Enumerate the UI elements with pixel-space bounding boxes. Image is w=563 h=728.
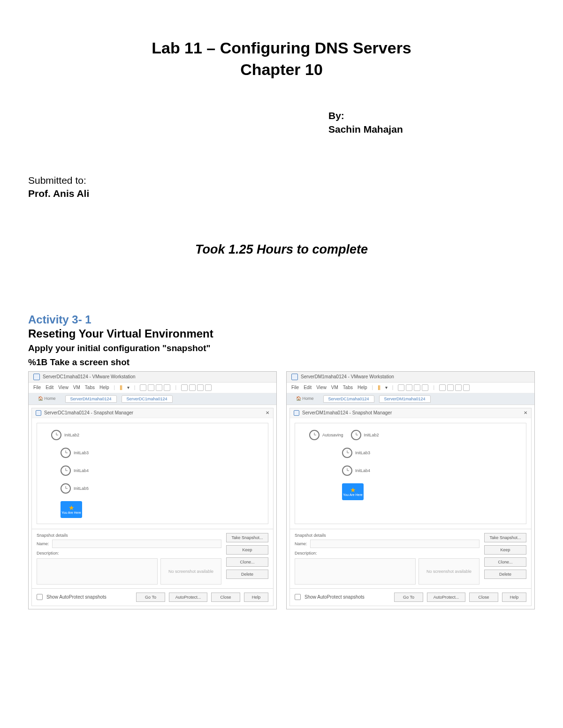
tab-vm[interactable]: ServerDC1maha0124 — [122, 395, 173, 403]
tab-bar: 🏠 Home ServerDC1maha0124 ServerDM1maha01… — [287, 393, 534, 405]
window-titlebar: ServerDC1maha0124 - VMware Workstation — [29, 372, 276, 383]
autoprotect-button[interactable]: AutoProtect... — [427, 593, 465, 602]
tool-icon[interactable] — [156, 384, 162, 391]
separator: | — [392, 385, 394, 390]
keep-button[interactable]: Keep — [226, 545, 268, 555]
snapshot-node[interactable]: InitLab3 — [342, 448, 521, 458]
help-button[interactable]: Help — [244, 593, 268, 602]
checkbox[interactable] — [37, 594, 43, 600]
goto-button[interactable]: Go To — [394, 593, 423, 602]
menu-tabs[interactable]: Tabs — [343, 385, 353, 390]
activity-instruction-1: Apply your initial configuration "snapsh… — [28, 342, 535, 354]
description-input[interactable] — [37, 558, 158, 585]
by-label: By: — [328, 109, 535, 122]
tab-vm[interactable]: ServerDM1maha0124 — [379, 395, 431, 403]
clone-button[interactable]: Clone... — [226, 557, 268, 567]
tool-icon[interactable] — [455, 384, 462, 391]
dialog-footer: Show AutoProtect snapshots Go To AutoPro… — [290, 588, 531, 606]
menu-edit[interactable]: Edit — [304, 385, 312, 390]
take-snapshot-button[interactable]: Take Snapshot... — [484, 533, 526, 542]
title-line-2: Chapter 10 — [28, 59, 535, 81]
dropdown-icon[interactable]: ▾ — [127, 385, 129, 390]
description-input[interactable] — [295, 558, 416, 585]
menu-vm[interactable]: VM — [73, 385, 80, 390]
app-icon — [33, 374, 40, 380]
pause-icon[interactable]: || — [378, 385, 380, 390]
you-are-here-marker[interactable]: ★You Are Here — [342, 483, 364, 500]
menu-help[interactable]: Help — [358, 385, 367, 390]
tool-icon[interactable] — [181, 384, 188, 391]
menu-file[interactable]: File — [291, 385, 299, 390]
snapshot-node[interactable]: InitLab5 — [61, 483, 263, 494]
menu-tabs[interactable]: Tabs — [85, 385, 95, 390]
take-snapshot-button[interactable]: Take Snapshot... — [226, 533, 268, 542]
tool-icon[interactable] — [164, 384, 170, 391]
tool-icon[interactable] — [205, 384, 212, 391]
keep-button[interactable]: Keep — [484, 545, 526, 555]
tab-vm[interactable]: ServerDM1maha0124 — [65, 395, 117, 403]
menu-vm[interactable]: VM — [331, 385, 338, 390]
snapshot-tree[interactable]: Autosaving InitLab2 InitLab3 InitLab4 ★Y… — [295, 423, 526, 524]
toolbar-icons — [181, 384, 212, 391]
tool-icon[interactable] — [398, 384, 404, 391]
name-input[interactable] — [52, 540, 221, 548]
dropdown-icon[interactable]: ▾ — [385, 385, 388, 390]
snapshot-tree[interactable]: InitLab2 InitLab3 InitLab4 InitLab5 ★You… — [37, 423, 268, 524]
tab-vm[interactable]: ServerDC1maha0124 — [323, 395, 374, 403]
screenshot-preview: No screenshot available — [418, 558, 479, 585]
menu-help[interactable]: Help — [99, 385, 109, 390]
menu-view[interactable]: View — [58, 385, 68, 390]
tool-icon[interactable] — [463, 384, 470, 391]
snapshot-row: Autosaving InitLab2 — [309, 430, 521, 448]
tab-home[interactable]: 🏠 Home — [291, 395, 319, 403]
vmware-window-right: ServerDM1maha0124 - VMware Workstation F… — [286, 371, 535, 609]
goto-button[interactable]: Go To — [136, 593, 165, 602]
delete-button[interactable]: Delete — [226, 570, 268, 579]
snapshot-node[interactable]: InitLab3 — [61, 448, 263, 458]
snapshot-details: Snapshot details Name: Description: No s… — [32, 529, 273, 588]
tool-icon[interactable] — [140, 384, 146, 391]
close-button[interactable]: Close — [211, 593, 240, 602]
tool-icon[interactable] — [197, 384, 204, 391]
details-heading: Snapshot details — [37, 533, 221, 538]
tool-icon[interactable] — [406, 384, 412, 391]
autoprotect-button[interactable]: AutoProtect... — [169, 593, 207, 602]
snapshot-node[interactable]: InitLab2 — [351, 430, 379, 440]
menu-edit[interactable]: Edit — [46, 385, 53, 390]
menu-bar: File Edit View VM Tabs Help | || ▾ | | — [287, 383, 534, 393]
menu-file[interactable]: File — [33, 385, 41, 390]
close-button[interactable]: Close — [469, 593, 498, 602]
tool-icon[interactable] — [447, 384, 454, 391]
dialog-titlebar: ServerDM1maha0124 - Snapshot Manager ✕ — [290, 408, 531, 418]
help-button[interactable]: Help — [502, 593, 526, 602]
close-icon[interactable]: ✕ — [524, 410, 527, 415]
button-column: Take Snapshot... Keep Clone... Delete — [484, 533, 526, 585]
clock-icon — [351, 430, 361, 440]
separator: | — [175, 385, 176, 390]
screenshot-preview: No screenshot available — [160, 558, 221, 585]
dialog-icon — [294, 410, 299, 416]
tool-icon[interactable] — [414, 384, 420, 391]
window-title: ServerDC1maha0124 - VMware Workstation — [43, 374, 136, 379]
clone-button[interactable]: Clone... — [484, 557, 526, 567]
you-are-here-marker[interactable]: ★You Are Here — [61, 501, 82, 518]
delete-button[interactable]: Delete — [484, 570, 526, 579]
snapshot-node[interactable]: InitLab4 — [61, 465, 263, 476]
toolbar-icons — [140, 384, 170, 391]
tab-home[interactable]: 🏠 Home — [33, 395, 61, 403]
close-icon[interactable]: ✕ — [266, 410, 269, 415]
star-icon: ★ — [350, 487, 356, 493]
menu-view[interactable]: View — [316, 385, 327, 390]
pause-icon[interactable]: || — [120, 385, 122, 390]
snapshot-node[interactable]: InitLab2 — [51, 430, 263, 440]
tool-icon[interactable] — [189, 384, 196, 391]
dialog-footer: Show AutoProtect snapshots Go To AutoPro… — [32, 588, 273, 606]
checkbox[interactable] — [295, 594, 301, 600]
tool-icon[interactable] — [148, 384, 154, 391]
tool-icon[interactable] — [439, 384, 446, 391]
snapshot-node[interactable]: Autosaving — [309, 430, 343, 440]
menu-bar: File Edit View VM Tabs Help | || ▾ | | — [29, 383, 276, 393]
name-input[interactable] — [310, 540, 479, 548]
snapshot-node[interactable]: InitLab4 — [342, 465, 521, 476]
tool-icon[interactable] — [422, 384, 428, 391]
